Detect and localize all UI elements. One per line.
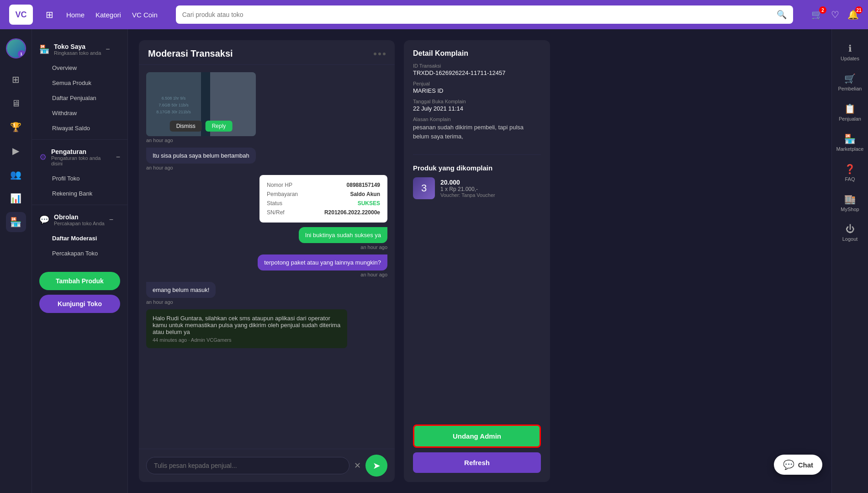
tambah-produk-button[interactable]: Tambah Produk bbox=[39, 272, 120, 290]
obrolan-subtitle: Percakapan toko Anda bbox=[54, 221, 105, 226]
receipt-row-hp: Nomor HP 08988157149 bbox=[267, 180, 380, 190]
sidebar-item-daftar-moderasi[interactable]: Daftar Moderasi bbox=[32, 231, 127, 246]
sidebar-obrolan-header[interactable]: 💬 Obrolan Percakapan toko Anda − bbox=[32, 209, 127, 231]
send-message-button[interactable]: ➤ bbox=[365, 455, 387, 477]
action-buttons: Undang Admin Refresh bbox=[413, 424, 541, 473]
kunjungi-toko-button[interactable]: Kunjungi Toko bbox=[39, 295, 120, 313]
icon-bar-monitor[interactable]: 🖥 bbox=[6, 93, 26, 113]
sidebar-toko-items: Overview Semua Produk Daftar Penjualan W… bbox=[32, 60, 127, 136]
produk-info: 20.000 1 x Rp 21.000,- Voucher: Tanpa Vo… bbox=[440, 179, 495, 198]
sidebar-item-percakapan-toko[interactable]: Percakapan Toko bbox=[32, 246, 127, 261]
msg-right-bubble-1: Ini buktinya sudah sukses ya bbox=[299, 227, 387, 243]
clear-input-button[interactable]: ✕ bbox=[354, 461, 361, 471]
nav-links: Home Kategori VC Coin bbox=[66, 11, 158, 19]
msg-left-bubble-1: Itu sisa pulsa saya belum bertambah bbox=[146, 148, 387, 164]
chat-bubble-label: Chat bbox=[798, 461, 813, 469]
far-right-bar: ℹ Updates 🛒 Pembelian 📋 Penjualan 🏪 Mark… bbox=[831, 29, 868, 493]
msg-image: 6.508 1hr 9/s 7.6GB 50r 11b/s 8.17GB 30r… bbox=[146, 72, 256, 136]
nav-kategori[interactable]: Kategori bbox=[95, 11, 121, 19]
search-input[interactable] bbox=[182, 11, 777, 18]
icon-bar-trophy[interactable]: 🏆 bbox=[6, 117, 26, 137]
sidebar-item-rekening-bank[interactable]: Rekening Bank bbox=[32, 186, 127, 201]
nav-home[interactable]: Home bbox=[66, 11, 85, 19]
far-right-penjualan[interactable]: 📋 Penjualan bbox=[832, 99, 868, 126]
far-right-updates[interactable]: ℹ Updates bbox=[832, 38, 868, 66]
sidebar: 🏪 Toko Saya Ringkasan toko anda − Overvi… bbox=[32, 29, 128, 493]
sidebar-item-overview[interactable]: Overview bbox=[32, 60, 127, 75]
grid-icon[interactable]: ⊞ bbox=[42, 9, 57, 20]
faq-label: FAQ bbox=[845, 176, 855, 182]
right-panel: Detail Komplain ID Transaksi TRXDD-16269… bbox=[404, 40, 550, 482]
sidebar-toko-saya-header[interactable]: 🏪 Toko Saya Ringkasan toko anda − bbox=[32, 38, 127, 60]
avatar[interactable]: 1 bbox=[6, 38, 26, 58]
wishlist-icon-wrap[interactable]: ♡ bbox=[831, 9, 839, 20]
notif-icon-wrap[interactable]: 🔔21 bbox=[847, 9, 859, 20]
admin-time-text: 44 minutes ago bbox=[153, 337, 187, 343]
dot-1 bbox=[374, 53, 376, 55]
msg-img-time: an hour ago bbox=[146, 138, 387, 143]
receipt-row-status: Status SUKSES bbox=[267, 199, 380, 208]
refresh-button[interactable]: Refresh bbox=[413, 452, 541, 473]
sidebar-toko-saya: 🏪 Toko Saya Ringkasan toko anda − Overvi… bbox=[32, 38, 127, 136]
msg-bubble-1: Itu sisa pulsa saya belum bertambah bbox=[146, 148, 256, 164]
receipt-row-pembayaran: Pembayaran Saldo Akun bbox=[267, 190, 380, 199]
receipt-sn-value: R201206.2022.22000e bbox=[324, 209, 380, 216]
sidebar-buttons: Tambah Produk Kunjungi Toko bbox=[32, 265, 127, 320]
updates-icon: ℹ bbox=[848, 43, 852, 54]
detail-alasan-value: pesanan sudah dikirim pembeli, tapi puls… bbox=[413, 123, 541, 141]
sidebar-item-semua-produk[interactable]: Semua Produk bbox=[32, 75, 127, 90]
produk-title: Produk yang dikomplain bbox=[413, 164, 541, 172]
far-right-marketplace[interactable]: 🏪 Marketplace bbox=[832, 129, 868, 156]
chat-bubble-fixed[interactable]: 💬 Chat bbox=[774, 455, 822, 475]
settings-icon: ⚙ bbox=[39, 152, 47, 162]
nav-vc-coin[interactable]: VC Coin bbox=[132, 11, 158, 19]
sidebar-obrolan-items: Daftar Moderasi Percakapan Toko bbox=[32, 231, 127, 261]
far-right-faq[interactable]: ❓ FAQ bbox=[832, 159, 868, 186]
detail-id-row: ID Transaksi TRXDD-1626926224-11711-1245… bbox=[413, 63, 541, 76]
marketplace-label: Marketplace bbox=[836, 146, 864, 152]
avatar-badge: 1 bbox=[18, 50, 25, 58]
msg-img-container: 6.508 1hr 9/s 7.6GB 50r 11b/s 8.17GB 30r… bbox=[146, 72, 387, 143]
msg-right-time-2: an hour ago bbox=[258, 272, 387, 277]
chat-messages: 6.508 1hr 9/s 7.6GB 50r 11b/s 8.17GB 30r… bbox=[139, 65, 395, 449]
search-bar[interactable]: 🔍 bbox=[176, 5, 793, 24]
chat-message-input[interactable] bbox=[146, 457, 349, 474]
sidebar-item-profil-toko[interactable]: Profil Toko bbox=[32, 171, 127, 186]
produk-name: 20.000 bbox=[440, 179, 495, 186]
msg-receipt-container: Nomor HP 08988157149 Pembayaran Saldo Ak… bbox=[259, 175, 387, 223]
pengaturan-toggle[interactable]: − bbox=[116, 153, 120, 161]
reply-button[interactable]: Reply bbox=[206, 121, 233, 132]
msg-img-buttons: Dismiss Reply bbox=[170, 121, 233, 132]
detail-tanggal-label: Tanggal Buka Komplain bbox=[413, 99, 541, 104]
far-right-logout[interactable]: ⏻ Logout bbox=[832, 219, 868, 246]
store-icon: 🏪 bbox=[39, 44, 49, 54]
detail-id-label: ID Transaksi bbox=[413, 63, 541, 69]
sidebar-divider-1 bbox=[32, 139, 127, 140]
icon-bar-store[interactable]: 🏪 bbox=[6, 212, 26, 232]
sidebar-item-riwayat-saldo[interactable]: Riwayat Saldo bbox=[32, 121, 127, 136]
receipt-row-sn: SN/Ref R201206.2022.22000e bbox=[267, 208, 380, 217]
msg-time-left-2: an hour ago bbox=[146, 299, 387, 305]
far-right-myshop[interactable]: 🏬 MyShop bbox=[832, 189, 868, 217]
icon-bar-chart[interactable]: 📊 bbox=[6, 188, 26, 208]
sidebar-item-daftar-penjualan[interactable]: Daftar Penjualan bbox=[32, 90, 127, 106]
undang-admin-button[interactable]: Undang Admin bbox=[413, 424, 541, 448]
far-right-pembelian[interactable]: 🛒 Pembelian bbox=[832, 69, 868, 96]
chat-dots bbox=[374, 53, 386, 55]
detail-tanggal-row: Tanggal Buka Komplain 22 July 2021 11:14 bbox=[413, 99, 541, 112]
produk-item: 3 20.000 1 x Rp 21.000,- Voucher: Tanpa … bbox=[413, 177, 541, 199]
cart-icon-wrap[interactable]: 🛒2 bbox=[811, 9, 823, 20]
obrolan-toggle[interactable]: − bbox=[109, 216, 113, 224]
dismiss-button[interactable]: Dismiss bbox=[170, 121, 202, 132]
icon-bar-people[interactable]: 👥 bbox=[6, 164, 26, 185]
search-icon: 🔍 bbox=[777, 10, 787, 20]
sidebar-item-withdraw[interactable]: Withdraw bbox=[32, 106, 127, 121]
icon-bar-video[interactable]: ▶ bbox=[6, 141, 26, 161]
logo: VC bbox=[9, 5, 33, 25]
receipt-sn-label: SN/Ref bbox=[267, 209, 285, 216]
toko-saya-toggle[interactable]: − bbox=[106, 45, 110, 53]
myshop-icon: 🏬 bbox=[844, 194, 856, 205]
svg-text:8.17GB 30r 211b/s: 8.17GB 30r 211b/s bbox=[156, 110, 191, 114]
sidebar-pengaturan-header[interactable]: ⚙ Pengaturan Pengaturan toko anda disini… bbox=[32, 143, 127, 171]
icon-bar-table[interactable]: ⊞ bbox=[6, 69, 26, 90]
